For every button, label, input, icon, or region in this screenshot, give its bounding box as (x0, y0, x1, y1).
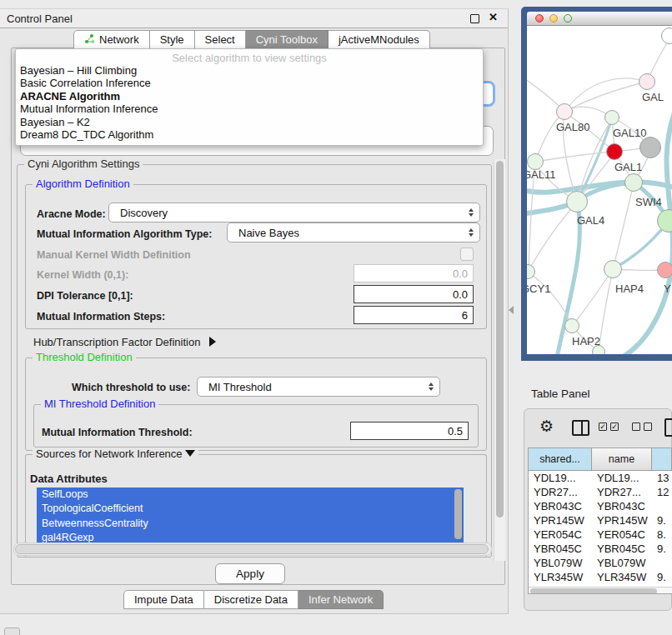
table-row[interactable]: YLR345WYLR345W9. (529, 570, 672, 584)
table-row[interactable]: YPR145WYPR145W9. (529, 513, 672, 528)
algorithm-option-aracne-algorithm[interactable]: ARACNE Algorithm (16, 90, 483, 102)
table-row[interactable]: YBR045CYBR045C9. (529, 542, 672, 556)
panel-divider-arrow-icon[interactable] (509, 306, 514, 314)
table-hscroll-thumb[interactable] (530, 588, 657, 594)
node-gal1[interactable] (606, 143, 623, 160)
deselect-all-checkbox-icon[interactable] (632, 422, 640, 431)
mi-threshold-value: 0.5 (448, 425, 463, 438)
tab-cyni-toolbox[interactable]: Cyni Toolbox (246, 30, 328, 49)
algorithm-option-basic-correlation-inference[interactable]: Basic Correlation Inference (16, 77, 483, 89)
algorithm-option-mutual-information-inference[interactable]: Mutual Information Inference (16, 102, 483, 115)
attributes-scrollbar[interactable] (454, 489, 462, 539)
table-row[interactable]: YBL079WYBL079W (529, 556, 672, 570)
mi-algorithm-type-select[interactable]: Naive Bayes (227, 222, 480, 242)
hub-definition-toggle[interactable]: Hub/Transcription Factor Definition (33, 336, 216, 348)
table-row[interactable]: YER054CYER054C8. (529, 528, 672, 542)
tab-impute-data[interactable]: Impute Data (123, 590, 204, 609)
select-all-checkbox-icon[interactable]: ✓ (599, 422, 607, 431)
kernel-width-field: 0.0 (354, 264, 474, 282)
node-y[interactable] (657, 262, 672, 278)
table-horizontal-scrollbar[interactable] (529, 587, 672, 594)
deselect-all-checkbox-icon[interactable] (644, 422, 652, 431)
which-threshold-select[interactable]: MI Threshold (197, 377, 440, 397)
node-label: GCY1 (527, 282, 550, 295)
node-unlabeled[interactable] (592, 345, 605, 354)
attribute-item-betweennesscentrality[interactable]: BetweennessCentrality (37, 517, 464, 531)
zoom-traffic-light-icon[interactable] (564, 14, 572, 22)
tab-select[interactable]: Select (195, 30, 246, 49)
attribute-item-selfloops[interactable]: SelfLoops (37, 488, 464, 502)
gear-icon[interactable]: ⚙ (539, 417, 554, 436)
node-label: GAL11 (527, 168, 556, 181)
mi-algorithm-type-value: Naive Bayes (238, 227, 299, 239)
attribute-item-topologicalcoefficient[interactable]: TopologicalCoefficient (37, 502, 464, 516)
table-cell: 12 (652, 485, 672, 499)
expanded-arrow-icon[interactable] (185, 450, 195, 457)
node-gal10[interactable] (604, 110, 619, 125)
dpi-tolerance-value: 0.0 (453, 288, 468, 301)
algorithm-option-dream8-dc-tdc-algorithm[interactable]: Dream8 DC_TDC Algorithm (16, 128, 483, 141)
tab-label: Infer Network (308, 593, 373, 606)
close-traffic-light-icon[interactable] (535, 14, 544, 22)
table-cell: YBR043C (529, 499, 592, 513)
network-canvas[interactable]: GALGAL80GAL10GAL1GAL11SWI4GAL4GCY1HAP4YH… (527, 26, 672, 354)
node-label: GAL10 (613, 127, 646, 139)
apply-button[interactable]: Apply (215, 563, 285, 584)
split-columns-icon[interactable] (572, 420, 589, 436)
tab-discretize-data[interactable]: Discretize Data (204, 590, 298, 609)
table-row[interactable]: YDL19...YDL19...13 (529, 471, 672, 485)
aracne-mode-value: Discovery (120, 207, 168, 219)
minimize-traffic-light-icon[interactable] (549, 14, 558, 22)
top-tab-bar: NetworkStyleSelectCyni ToolboxjActiveMNo… (73, 30, 430, 49)
column-header-shared[interactable]: shared... (529, 448, 592, 471)
collapsed-arrow-icon[interactable] (209, 337, 216, 347)
node-gal80[interactable] (556, 103, 573, 120)
threshold-definition-title: Threshold Definition (33, 351, 136, 363)
table-row[interactable]: YDR27...YDR27...12 (529, 485, 672, 499)
mi-steps-field[interactable]: 6 (354, 306, 474, 324)
node-table: shared...name YDL19...YDL19...13YDR27...… (528, 448, 672, 594)
node-unlabeled[interactable] (661, 28, 672, 44)
node-hap4[interactable] (604, 260, 622, 278)
table-body: YDL19...YDL19...13YDR27...YDR27...12YBR0… (529, 471, 672, 594)
network-icon (84, 33, 95, 47)
node-unlabeled[interactable] (639, 137, 661, 158)
table-header-row: shared...name (529, 448, 672, 471)
float-window-icon[interactable] (470, 14, 479, 23)
column-header-name[interactable]: name (592, 448, 652, 471)
tab-style[interactable]: Style (150, 30, 195, 49)
hscroll-thumb[interactable] (15, 544, 489, 554)
data-attributes-list[interactable]: SelfLoopsTopologicalCoefficientBetweenne… (37, 488, 464, 545)
node-label: GAL1 (614, 161, 642, 173)
settings-horizontal-scrollbar[interactable] (13, 542, 492, 556)
table-cell: 9. (652, 570, 672, 584)
algorithm-option-bayesian-k2[interactable]: Bayesian – K2 (16, 116, 483, 128)
spinner-arrows-icon (469, 228, 474, 237)
node-label: GAL4 (577, 214, 604, 227)
dpi-tolerance-field[interactable]: 0.0 (354, 285, 474, 303)
select-all-checkbox-icon[interactable]: ✓ (610, 422, 619, 431)
node-unlabeled[interactable] (624, 173, 643, 192)
algorithm-dropdown-popup: Select algorithm to view settings Bayesi… (15, 48, 484, 146)
node-gal[interactable] (639, 73, 655, 90)
mi-threshold-field[interactable]: 0.5 (350, 422, 469, 440)
node-hap2[interactable] (564, 318, 579, 333)
node-gal4[interactable] (566, 191, 588, 212)
which-threshold-value: MI Threshold (208, 381, 272, 393)
tab-network[interactable]: Network (73, 30, 150, 49)
vscroll-thumb[interactable] (496, 161, 504, 518)
tab-infer-network[interactable]: Infer Network (298, 590, 384, 609)
algorithm-option-bayesian-hill-climbing[interactable]: Bayesian – Hill Climbing (16, 64, 483, 77)
which-threshold-label: Which threshold to use: (72, 382, 190, 393)
aracne-mode-select[interactable]: Discovery (108, 202, 480, 222)
settings-vertical-scrollbar[interactable] (494, 159, 505, 561)
attr-items: SelfLoopsTopologicalCoefficientBetweenne… (37, 488, 464, 545)
tab-jactivemnodules[interactable]: jActiveMNodules (328, 30, 430, 49)
table-row[interactable]: YBR043CYBR043C (529, 499, 672, 513)
sources-title: Sources for Network Inference (33, 448, 198, 460)
node-gal11[interactable] (527, 153, 544, 170)
close-icon[interactable]: ✕ (489, 11, 498, 23)
corner-grip-icon[interactable] (4, 628, 20, 635)
column-header-hidden[interactable] (652, 448, 672, 471)
new-table-icon[interactable] (664, 418, 672, 437)
